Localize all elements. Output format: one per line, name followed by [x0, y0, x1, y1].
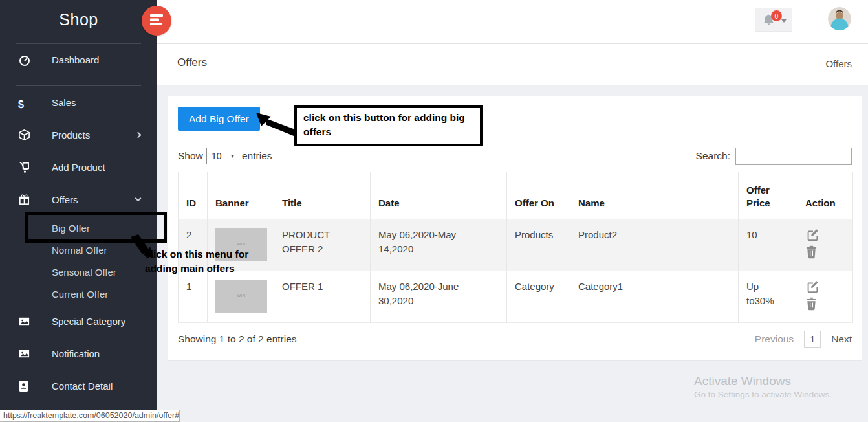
- edit-icon[interactable]: [805, 280, 819, 294]
- sidebar-item-label: Sales: [52, 94, 76, 111]
- column-header-banner[interactable]: Banner: [208, 172, 274, 219]
- entries-label: entries: [242, 150, 272, 162]
- sidebar-subitem-big-offer[interactable]: Big Offer: [0, 221, 157, 236]
- sidebar-item-add-product[interactable]: Add Product: [0, 159, 157, 176]
- table-row: 2 WIN PRODUCT OFFER 2 May 06,2020-May 14…: [179, 219, 853, 271]
- cell-action: [797, 271, 853, 322]
- sidebar-subitem-label: Normal Offer: [52, 243, 107, 258]
- sidebar-toggle-button[interactable]: [142, 6, 171, 36]
- search-input[interactable]: [735, 148, 852, 165]
- page-title: Offers: [177, 56, 207, 69]
- page-number-button[interactable]: 1: [804, 331, 821, 348]
- sidebar-item-label: Special Category: [52, 313, 125, 330]
- page-length-value: 10: [212, 151, 222, 161]
- sidebar-item-products[interactable]: Products: [0, 127, 157, 144]
- notifications-button[interactable]: 0: [755, 8, 792, 32]
- next-button[interactable]: Next: [831, 333, 852, 345]
- column-header-offer-price[interactable]: Offer Price: [739, 172, 797, 219]
- cell-title: PRODUCT OFFER 2: [274, 219, 371, 271]
- banner-image: WIN: [215, 280, 267, 313]
- status-url: https://freaktemplate.com/06052020/admin…: [0, 410, 180, 422]
- cell-offer-on: Category: [507, 271, 570, 322]
- activate-windows-watermark: Activate Windows: [694, 374, 791, 388]
- sidebar-subitem-label: Big Offer: [52, 221, 90, 236]
- cell-id: 1: [179, 271, 208, 322]
- sidebar-subitem-current-offer[interactable]: Current Offer: [0, 287, 157, 302]
- column-header-action[interactable]: Action: [797, 172, 853, 219]
- hamburger-icon: [150, 14, 163, 28]
- table-header-row: ID Banner Title Date Offer On Name Offer…: [179, 172, 853, 219]
- add-product-icon: [18, 161, 31, 174]
- table-info: Showing 1 to 2 of 2 entries: [178, 333, 297, 345]
- column-header-title[interactable]: Title: [274, 172, 371, 219]
- sidebar-item-label: Notification: [52, 346, 100, 362]
- column-header-date[interactable]: Date: [371, 172, 507, 219]
- chevron-right-icon: [135, 132, 142, 139]
- page: Shop Dashboard $ Sales Products Add Prod…: [0, 0, 868, 422]
- sidebar-item-contact-detail[interactable]: Contact Detail: [0, 378, 157, 395]
- annotation-button-note: click on this button for adding big offe…: [294, 106, 483, 146]
- sidebar-item-dashboard[interactable]: Dashboard: [0, 52, 157, 69]
- address-book-icon: [18, 380, 31, 393]
- column-header-name[interactable]: Name: [570, 172, 739, 219]
- sidebar-item-label: Contact Detail: [52, 378, 113, 395]
- select-caret-icon: ▾: [231, 152, 234, 159]
- sidebar-item-sales[interactable]: $ Sales: [0, 94, 157, 111]
- divider: [16, 85, 141, 86]
- search-label: Search:: [696, 150, 730, 162]
- cell-action: [797, 219, 853, 271]
- cell-date: May 06,2020-June 30,2020: [371, 271, 507, 322]
- image-icon: [18, 348, 31, 361]
- divider: [16, 43, 141, 44]
- add-big-offer-button[interactable]: Add Big Offer: [178, 107, 260, 131]
- sidebar-subitem-sensonal-offer[interactable]: Sensonal Offer: [0, 265, 157, 280]
- column-header-offer-on[interactable]: Offer On: [507, 172, 570, 219]
- cell-name: Product2: [570, 219, 739, 271]
- cell-banner: WIN: [208, 271, 274, 322]
- dashboard-icon: [18, 54, 31, 67]
- sidebar-item-label: Add Product: [52, 159, 105, 176]
- sidebar-item-label: Products: [52, 127, 90, 144]
- cell-offer-price: Up to30%: [739, 271, 797, 322]
- sidebar-item-label: Dashboard: [52, 52, 99, 69]
- notification-badge: 0: [771, 10, 782, 21]
- page-length-select[interactable]: 10 ▾: [206, 148, 237, 164]
- previous-button[interactable]: Previous: [755, 333, 794, 345]
- sidebar-item-notification[interactable]: Notification: [0, 346, 157, 362]
- cube-icon: [18, 129, 31, 142]
- offers-card: Add Big Offer Show 10 ▾ entries Search: …: [168, 96, 862, 361]
- table-row: 1 WIN OFFER 1 May 06,2020-June 30,2020 C…: [179, 271, 853, 322]
- delete-icon[interactable]: [805, 245, 819, 260]
- sidebar-subitem-label: Sensonal Offer: [52, 265, 116, 280]
- column-header-id[interactable]: ID: [179, 172, 208, 219]
- pagination: Previous 1 Next: [755, 331, 852, 348]
- sidebar-item-label: Offers: [52, 192, 78, 208]
- breadcrumb[interactable]: Offers: [825, 58, 852, 69]
- activate-windows-subtext: Go to Settings to activate Windows.: [694, 390, 832, 399]
- offers-table: ID Banner Title Date Offer On Name Offer…: [178, 172, 853, 323]
- cell-offer-on: Products: [507, 219, 570, 271]
- cell-offer-price: 10: [739, 219, 797, 271]
- dollar-icon: $: [18, 96, 31, 109]
- sidebar-subitem-normal-offer[interactable]: Normal Offer: [0, 243, 157, 258]
- edit-icon[interactable]: [805, 228, 819, 242]
- brand-title: Shop: [0, 10, 157, 29]
- sidebar-subitem-label: Current Offer: [52, 287, 108, 302]
- caret-down-icon: [781, 19, 787, 23]
- cell-date: May 06,2020-May 14,2020: [371, 219, 507, 271]
- sidebar-item-offers[interactable]: Offers: [0, 192, 157, 208]
- delete-icon[interactable]: [805, 297, 819, 311]
- image-icon: [18, 315, 31, 328]
- show-label: Show: [178, 150, 203, 162]
- sidebar-item-special-category[interactable]: Special Category: [0, 313, 157, 330]
- cell-title: OFFER 1: [274, 271, 371, 322]
- chevron-down-icon: [135, 195, 142, 202]
- annotation-menu-note: click on this menu for adding main offer…: [145, 247, 260, 276]
- sidebar: Shop Dashboard $ Sales Products Add Prod…: [0, 0, 157, 422]
- user-avatar[interactable]: [828, 7, 851, 30]
- gift-icon: [18, 194, 31, 206]
- cell-name: Category1: [570, 271, 739, 322]
